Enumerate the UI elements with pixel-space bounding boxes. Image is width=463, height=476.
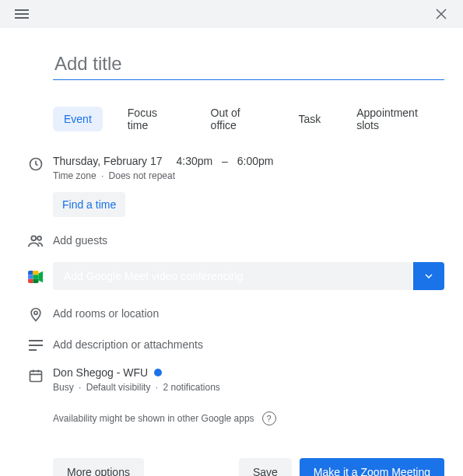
organizer-name: Don Shegog - WFU — [53, 366, 148, 379]
time-row: Thursday, February 17 4:30pm – 6:00pm Ti… — [19, 155, 444, 217]
dialog-content: Event Focus time Out of office Task Appo… — [0, 28, 463, 476]
add-guests-field[interactable]: Add guests — [53, 234, 444, 247]
location-row: Add rooms or location — [19, 304, 444, 323]
calendar-color-dot — [154, 369, 162, 376]
description-icon — [19, 338, 53, 351]
location-icon — [19, 304, 53, 323]
svg-point-4 — [34, 311, 37, 314]
description-row: Add description or attachments — [19, 338, 444, 351]
menu-icon[interactable] — [12, 5, 31, 23]
event-type-tabs: Event Focus time Out of office Task Appo… — [53, 100, 444, 138]
datetime-line[interactable]: Thursday, February 17 4:30pm – 6:00pm — [53, 155, 444, 167]
tab-task[interactable]: Task — [287, 107, 331, 131]
clock-icon — [19, 155, 53, 172]
date-text[interactable]: Thursday, February 17 — [53, 155, 163, 167]
calendar-subline: Busy · Default visibility · 2 notificati… — [53, 382, 444, 393]
visibility-status[interactable]: Default visibility — [86, 382, 151, 393]
calendar-row: Don Shegog - WFU Busy · Default visibili… — [19, 366, 444, 393]
add-google-meet-button[interactable]: Add Google Meet video conferencing — [53, 262, 412, 290]
timezone-link[interactable]: Time zone — [53, 170, 96, 181]
organizer-line[interactable]: Don Shegog - WFU — [53, 366, 444, 379]
title-input[interactable] — [53, 50, 444, 80]
tab-out-of-office[interactable]: Out of office — [200, 100, 274, 138]
find-a-time-button[interactable]: Find a time — [53, 192, 125, 217]
end-time[interactable]: 6:00pm — [237, 155, 274, 167]
chevron-down-icon — [425, 274, 433, 278]
meet-row: Add Google Meet video conferencing — [19, 262, 444, 290]
google-meet-icon — [19, 268, 53, 284]
svg-point-1 — [31, 236, 36, 240]
svg-point-2 — [37, 236, 41, 240]
availability-text: Availability might be shown in other Goo… — [53, 413, 254, 424]
tab-event[interactable]: Event — [53, 107, 103, 131]
people-icon — [19, 231, 53, 250]
add-description-field[interactable]: Add description or attachments — [53, 338, 444, 351]
footer-actions: More options Save Make it a Zoom Meeting — [53, 458, 444, 476]
time-separator: – — [222, 155, 228, 167]
dialog-header — [0, 0, 463, 28]
time-subline: Time zone · Does not repeat — [53, 170, 444, 181]
svg-rect-5 — [30, 371, 42, 381]
more-options-button[interactable]: More options — [53, 458, 144, 476]
tab-focus-time[interactable]: Focus time — [117, 100, 186, 138]
tab-appointment-slots[interactable]: Appointment slots — [345, 100, 444, 138]
start-time[interactable]: 4:30pm — [176, 155, 212, 167]
help-icon[interactable]: ? — [262, 411, 276, 425]
notifications-count[interactable]: 2 notifications — [163, 382, 219, 393]
add-location-field[interactable]: Add rooms or location — [53, 307, 444, 320]
make-zoom-meeting-button[interactable]: Make it a Zoom Meeting — [300, 458, 444, 476]
meet-dropdown-button[interactable] — [413, 262, 444, 290]
busy-status[interactable]: Busy — [53, 382, 74, 393]
title-row — [53, 50, 444, 80]
close-icon[interactable] — [432, 5, 451, 23]
save-button[interactable]: Save — [239, 458, 292, 476]
repeat-link[interactable]: Does not repeat — [109, 170, 175, 181]
availability-note: Availability might be shown in other Goo… — [53, 411, 444, 425]
guests-row: Add guests — [19, 231, 444, 250]
calendar-icon — [19, 366, 53, 383]
